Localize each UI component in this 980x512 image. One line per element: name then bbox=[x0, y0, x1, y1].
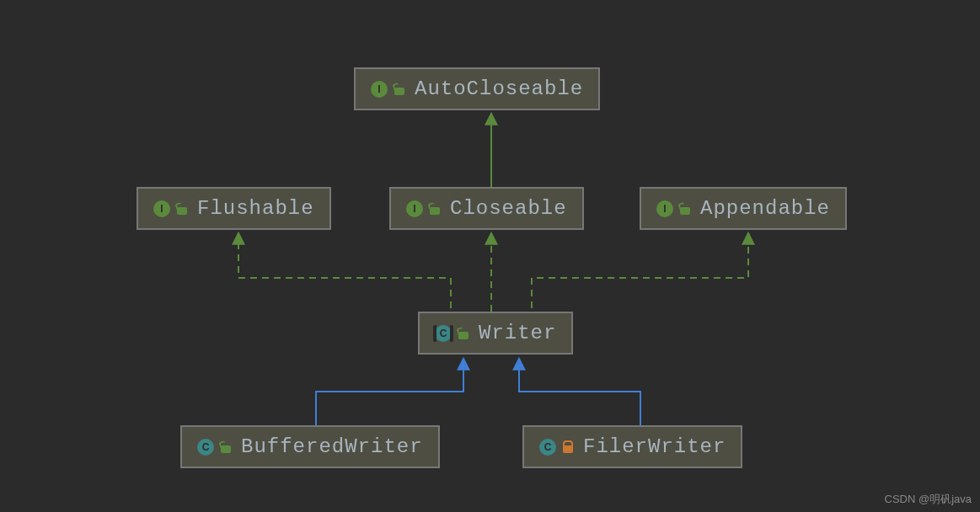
node-autocloseable[interactable]: I AutoCloseable bbox=[354, 67, 600, 110]
node-appendable[interactable]: I Appendable bbox=[640, 187, 847, 230]
lock-closed-icon bbox=[563, 441, 573, 453]
node-label: BufferedWriter bbox=[241, 435, 423, 458]
node-flushable[interactable]: I Flushable bbox=[137, 187, 331, 230]
node-label: FilerWriter bbox=[583, 435, 726, 458]
lock-open-icon bbox=[394, 83, 404, 95]
lock-open-icon bbox=[680, 203, 690, 215]
interface-icon: I bbox=[656, 200, 673, 217]
class-icon: C bbox=[197, 439, 214, 456]
interface-icon: I bbox=[371, 81, 388, 98]
interface-icon: I bbox=[406, 200, 423, 217]
node-label: Flushable bbox=[197, 197, 314, 220]
abstract-class-icon: C bbox=[435, 325, 452, 342]
watermark: CSDN @明矾java bbox=[885, 492, 972, 507]
edge-filerwriter-writer bbox=[519, 360, 640, 425]
node-label: Closeable bbox=[450, 197, 567, 220]
class-icon: C bbox=[539, 439, 556, 456]
lock-open-icon bbox=[430, 203, 440, 215]
node-label: Writer bbox=[479, 322, 556, 344]
edge-bufferedwriter-writer bbox=[316, 360, 463, 425]
node-bufferedwriter[interactable]: C BufferedWriter bbox=[180, 425, 440, 468]
node-closeable[interactable]: I Closeable bbox=[389, 187, 584, 230]
lock-open-icon bbox=[221, 441, 231, 453]
node-writer[interactable]: C Writer bbox=[418, 312, 573, 355]
node-label: Appendable bbox=[700, 197, 830, 220]
lock-open-icon bbox=[458, 328, 469, 339]
lock-open-icon bbox=[177, 203, 187, 215]
node-filerwriter[interactable]: C FilerWriter bbox=[522, 425, 742, 468]
node-label: AutoCloseable bbox=[415, 77, 583, 100]
interface-icon: I bbox=[153, 200, 170, 217]
